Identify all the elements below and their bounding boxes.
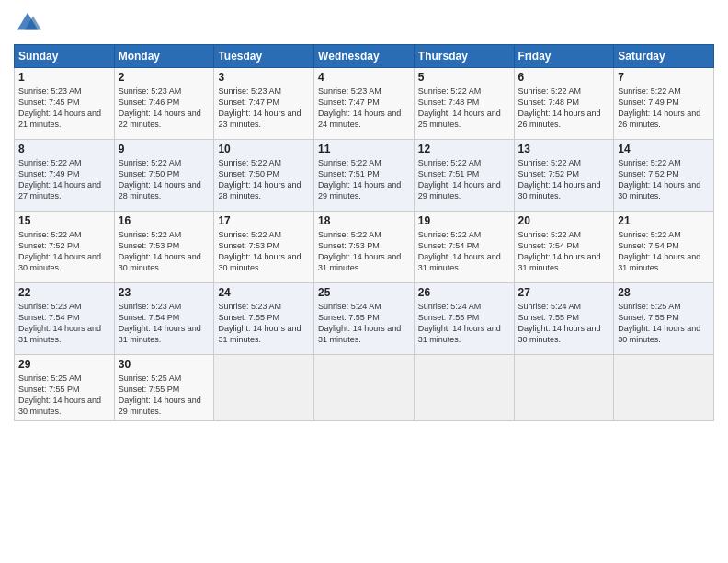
day-number: 29 xyxy=(18,358,110,371)
calendar-week-row: 29Sunrise: 5:25 AM Sunset: 7:55 PM Dayli… xyxy=(15,355,714,421)
day-info: Sunrise: 5:22 AM Sunset: 7:49 PM Dayligh… xyxy=(18,157,110,202)
weekday-header: Wednesday xyxy=(314,45,415,68)
calendar-cell xyxy=(514,355,614,421)
day-info: Sunrise: 5:22 AM Sunset: 7:52 PM Dayligh… xyxy=(518,157,610,202)
calendar-header: SundayMondayTuesdayWednesdayThursdayFrid… xyxy=(15,45,714,68)
header-row: SundayMondayTuesdayWednesdayThursdayFrid… xyxy=(15,45,714,68)
day-info: Sunrise: 5:25 AM Sunset: 7:55 PM Dayligh… xyxy=(119,373,210,418)
day-info: Sunrise: 5:22 AM Sunset: 7:51 PM Dayligh… xyxy=(318,157,410,202)
day-info: Sunrise: 5:23 AM Sunset: 7:54 PM Dayligh… xyxy=(18,301,110,346)
day-info: Sunrise: 5:22 AM Sunset: 7:50 PM Dayligh… xyxy=(119,157,210,202)
calendar-cell: 23Sunrise: 5:23 AM Sunset: 7:54 PM Dayli… xyxy=(114,283,214,355)
day-number: 7 xyxy=(618,71,710,84)
calendar-cell: 11Sunrise: 5:22 AM Sunset: 7:51 PM Dayli… xyxy=(314,140,415,212)
day-number: 28 xyxy=(618,286,710,299)
calendar-cell: 13Sunrise: 5:22 AM Sunset: 7:52 PM Dayli… xyxy=(514,140,614,212)
day-info: Sunrise: 5:25 AM Sunset: 7:55 PM Dayligh… xyxy=(18,373,110,418)
weekday-header: Monday xyxy=(114,45,214,68)
calendar-cell: 8Sunrise: 5:22 AM Sunset: 7:49 PM Daylig… xyxy=(15,140,115,212)
day-number: 8 xyxy=(18,143,110,155)
day-info: Sunrise: 5:23 AM Sunset: 7:45 PM Dayligh… xyxy=(18,86,110,131)
calendar-cell: 1Sunrise: 5:23 AM Sunset: 7:45 PM Daylig… xyxy=(15,68,115,140)
calendar-cell xyxy=(214,355,314,421)
calendar-cell: 15Sunrise: 5:22 AM Sunset: 7:52 PM Dayli… xyxy=(15,212,115,283)
day-number: 15 xyxy=(18,214,110,227)
day-info: Sunrise: 5:22 AM Sunset: 7:49 PM Dayligh… xyxy=(618,86,710,131)
day-info: Sunrise: 5:22 AM Sunset: 7:54 PM Dayligh… xyxy=(518,229,610,274)
day-info: Sunrise: 5:22 AM Sunset: 7:54 PM Dayligh… xyxy=(618,229,710,274)
calendar-table: SundayMondayTuesdayWednesdayThursdayFrid… xyxy=(14,44,714,421)
day-info: Sunrise: 5:22 AM Sunset: 7:48 PM Dayligh… xyxy=(418,86,510,131)
day-number: 26 xyxy=(418,286,510,299)
day-info: Sunrise: 5:22 AM Sunset: 7:53 PM Dayligh… xyxy=(218,229,310,274)
calendar-cell: 21Sunrise: 5:22 AM Sunset: 7:54 PM Dayli… xyxy=(614,212,714,283)
calendar-cell: 28Sunrise: 5:25 AM Sunset: 7:55 PM Dayli… xyxy=(614,283,714,355)
calendar-cell: 25Sunrise: 5:24 AM Sunset: 7:55 PM Dayli… xyxy=(314,283,415,355)
calendar-cell: 2Sunrise: 5:23 AM Sunset: 7:46 PM Daylig… xyxy=(114,68,214,140)
page-header xyxy=(14,9,714,37)
calendar-cell: 26Sunrise: 5:24 AM Sunset: 7:55 PM Dayli… xyxy=(414,283,514,355)
day-info: Sunrise: 5:23 AM Sunset: 7:54 PM Dayligh… xyxy=(119,301,210,346)
day-number: 14 xyxy=(618,143,710,155)
weekday-header: Sunday xyxy=(15,45,115,68)
day-info: Sunrise: 5:22 AM Sunset: 7:54 PM Dayligh… xyxy=(418,229,510,274)
calendar-cell: 22Sunrise: 5:23 AM Sunset: 7:54 PM Dayli… xyxy=(15,283,115,355)
day-info: Sunrise: 5:24 AM Sunset: 7:55 PM Dayligh… xyxy=(418,301,510,346)
weekday-header: Friday xyxy=(514,45,614,68)
calendar-cell: 16Sunrise: 5:22 AM Sunset: 7:53 PM Dayli… xyxy=(114,212,214,283)
weekday-header: Saturday xyxy=(614,45,714,68)
day-number: 21 xyxy=(618,214,710,227)
calendar-week-row: 8Sunrise: 5:22 AM Sunset: 7:49 PM Daylig… xyxy=(15,140,714,212)
calendar-week-row: 1Sunrise: 5:23 AM Sunset: 7:45 PM Daylig… xyxy=(15,68,714,140)
day-number: 12 xyxy=(418,143,510,155)
day-info: Sunrise: 5:23 AM Sunset: 7:55 PM Dayligh… xyxy=(218,301,310,346)
day-number: 2 xyxy=(119,71,210,84)
day-number: 3 xyxy=(218,71,310,84)
calendar-cell: 6Sunrise: 5:22 AM Sunset: 7:48 PM Daylig… xyxy=(514,68,614,140)
day-number: 18 xyxy=(318,214,410,227)
calendar-cell: 30Sunrise: 5:25 AM Sunset: 7:55 PM Dayli… xyxy=(114,355,214,421)
day-info: Sunrise: 5:22 AM Sunset: 7:53 PM Dayligh… xyxy=(119,229,210,274)
calendar-cell: 24Sunrise: 5:23 AM Sunset: 7:55 PM Dayli… xyxy=(214,283,314,355)
calendar-cell: 4Sunrise: 5:23 AM Sunset: 7:47 PM Daylig… xyxy=(314,68,415,140)
day-info: Sunrise: 5:25 AM Sunset: 7:55 PM Dayligh… xyxy=(618,301,710,346)
calendar-week-row: 15Sunrise: 5:22 AM Sunset: 7:52 PM Dayli… xyxy=(15,212,714,283)
day-number: 19 xyxy=(418,214,510,227)
day-number: 1 xyxy=(18,71,110,84)
day-number: 30 xyxy=(119,358,210,371)
day-info: Sunrise: 5:24 AM Sunset: 7:55 PM Dayligh… xyxy=(518,301,610,346)
calendar-cell: 20Sunrise: 5:22 AM Sunset: 7:54 PM Dayli… xyxy=(514,212,614,283)
calendar-cell: 27Sunrise: 5:24 AM Sunset: 7:55 PM Dayli… xyxy=(514,283,614,355)
calendar-cell xyxy=(414,355,514,421)
day-info: Sunrise: 5:22 AM Sunset: 7:52 PM Dayligh… xyxy=(618,157,710,202)
calendar-cell: 14Sunrise: 5:22 AM Sunset: 7:52 PM Dayli… xyxy=(614,140,714,212)
day-number: 24 xyxy=(218,286,310,299)
calendar-cell: 18Sunrise: 5:22 AM Sunset: 7:53 PM Dayli… xyxy=(314,212,415,283)
day-number: 9 xyxy=(119,143,210,155)
day-info: Sunrise: 5:22 AM Sunset: 7:53 PM Dayligh… xyxy=(318,229,410,274)
day-number: 6 xyxy=(518,71,610,84)
calendar-week-row: 22Sunrise: 5:23 AM Sunset: 7:54 PM Dayli… xyxy=(15,283,714,355)
day-number: 10 xyxy=(218,143,310,155)
day-number: 11 xyxy=(318,143,410,155)
calendar-cell: 7Sunrise: 5:22 AM Sunset: 7:49 PM Daylig… xyxy=(614,68,714,140)
day-info: Sunrise: 5:23 AM Sunset: 7:47 PM Dayligh… xyxy=(318,86,410,131)
calendar-cell: 3Sunrise: 5:23 AM Sunset: 7:47 PM Daylig… xyxy=(214,68,314,140)
calendar-cell xyxy=(614,355,714,421)
day-number: 4 xyxy=(318,71,410,84)
calendar-cell: 5Sunrise: 5:22 AM Sunset: 7:48 PM Daylig… xyxy=(414,68,514,140)
day-info: Sunrise: 5:23 AM Sunset: 7:47 PM Dayligh… xyxy=(218,86,310,131)
day-number: 23 xyxy=(119,286,210,299)
calendar-cell xyxy=(314,355,415,421)
day-number: 27 xyxy=(518,286,610,299)
day-number: 25 xyxy=(318,286,410,299)
logo-icon xyxy=(14,9,41,37)
day-number: 20 xyxy=(518,214,610,227)
day-info: Sunrise: 5:24 AM Sunset: 7:55 PM Dayligh… xyxy=(318,301,410,346)
calendar-cell: 19Sunrise: 5:22 AM Sunset: 7:54 PM Dayli… xyxy=(414,212,514,283)
calendar-cell: 17Sunrise: 5:22 AM Sunset: 7:53 PM Dayli… xyxy=(214,212,314,283)
calendar-cell: 9Sunrise: 5:22 AM Sunset: 7:50 PM Daylig… xyxy=(114,140,214,212)
calendar-cell: 29Sunrise: 5:25 AM Sunset: 7:55 PM Dayli… xyxy=(15,355,115,421)
day-number: 13 xyxy=(518,143,610,155)
calendar-cell: 10Sunrise: 5:22 AM Sunset: 7:50 PM Dayli… xyxy=(214,140,314,212)
